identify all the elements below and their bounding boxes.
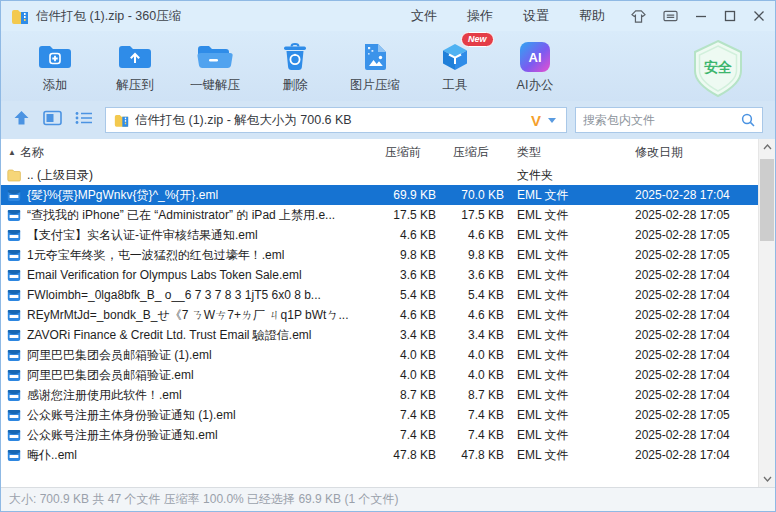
- size-before: 69.9 KB: [371, 188, 439, 202]
- image-compress-label: 图片压缩: [350, 77, 400, 94]
- archive-icon: [114, 114, 129, 127]
- scroll-down-icon[interactable]: [759, 471, 775, 487]
- maximize-button[interactable]: [724, 10, 736, 22]
- list-view-icon[interactable]: [75, 111, 93, 129]
- menu-file[interactable]: 文件: [411, 7, 437, 25]
- folder-extract-icon: [117, 40, 153, 74]
- file-type: EML 文件: [507, 307, 625, 324]
- modified-date: 2025-02-28 17:04: [625, 388, 758, 402]
- ai-office-label: AI办公: [517, 77, 554, 94]
- table-row[interactable]: 公众账号注册主体身份验证通知.eml 7.4 KB 7.4 KB EML 文件 …: [1, 425, 758, 445]
- extract-to-button[interactable]: 解压到: [95, 36, 175, 94]
- size-after: 7.4 KB: [439, 428, 507, 442]
- table-row[interactable]: 1元夺宝年终奖，屯一波猛烈的红包过壕年！.eml 9.8 KB 9.8 KB E…: [1, 245, 758, 265]
- eml-file-icon: [7, 309, 21, 322]
- size-after: 8.7 KB: [439, 388, 507, 402]
- add-label: 添加: [43, 77, 68, 94]
- address-dropdown[interactable]: V: [531, 113, 558, 128]
- search-icon[interactable]: [741, 113, 755, 127]
- add-button[interactable]: 添加: [15, 36, 95, 94]
- size-before: 47.8 KB: [371, 448, 439, 462]
- v-toggle-icon: V: [531, 113, 541, 128]
- app-window: 信件打包 (1).zip - 360压缩 文件 操作 设置 帮助: [0, 0, 776, 512]
- table-row[interactable]: 阿里巴巴集团会员邮箱验证 (1).eml 4.0 KB 4.0 KB EML 文…: [1, 345, 758, 365]
- size-before: 4.0 KB: [371, 348, 439, 362]
- menu-help[interactable]: 帮助: [579, 7, 605, 25]
- status-text: 大小: 700.9 KB 共 47 个文件 压缩率 100.0% 已经选择 69…: [9, 491, 398, 508]
- eml-file-icon: [7, 269, 21, 282]
- size-before: 8.7 KB: [371, 388, 439, 402]
- tools-button[interactable]: New 工具: [415, 36, 495, 94]
- file-name: “查找我的 iPhone” 已在 “Administrator” 的 iPad …: [27, 207, 335, 224]
- column-header-date[interactable]: 修改日期: [625, 144, 758, 161]
- table-row[interactable]: Email Verification for Olympus Labs Toke…: [1, 265, 758, 285]
- size-after: 70.0 KB: [439, 188, 507, 202]
- up-directory-icon[interactable]: [13, 110, 30, 130]
- image-compress-button[interactable]: 图片压缩: [335, 36, 415, 94]
- modified-date: 2025-02-28 17:05: [625, 208, 758, 222]
- folder-add-icon: [37, 40, 73, 74]
- column-header-before[interactable]: 压缩前: [371, 144, 439, 161]
- theme-skin-icon[interactable]: [631, 10, 646, 23]
- app-zip-icon: [11, 9, 29, 24]
- size-before: 4.6 KB: [371, 228, 439, 242]
- table-row[interactable]: “查找我的 iPhone” 已在 “Administrator” 的 iPad …: [1, 205, 758, 225]
- file-name: FWloimbh=_0lga8bfk_B_ o__6 7 3 7 8 3 1jT…: [27, 288, 321, 302]
- column-header-type[interactable]: 类型: [507, 144, 625, 161]
- eml-file-icon: [7, 249, 21, 262]
- file-name: 阿里巴巴集团会员邮箱验证 (1).eml: [27, 347, 212, 364]
- size-after: 5.4 KB: [439, 288, 507, 302]
- security-shield[interactable]: 安全: [689, 39, 747, 99]
- table-row[interactable]: {髪}%{票}MPgWnkv{贷}^_%{开}.eml 69.9 KB 70.0…: [1, 185, 758, 205]
- size-before: 9.8 KB: [371, 248, 439, 262]
- minimize-button[interactable]: [695, 10, 707, 22]
- feedback-icon[interactable]: [663, 10, 678, 23]
- ai-office-button[interactable]: AI AI办公: [495, 36, 575, 94]
- close-button[interactable]: [753, 10, 765, 22]
- preview-pane-icon[interactable]: [43, 110, 62, 130]
- eml-file-icon: [7, 289, 21, 302]
- size-before: 5.4 KB: [371, 288, 439, 302]
- address-row: 信件打包 (1).zip - 解包大小为 700.6 KB V: [1, 101, 775, 139]
- one-click-extract-button[interactable]: 一键解压: [175, 36, 255, 94]
- size-before: 7.4 KB: [371, 428, 439, 442]
- modified-date: 2025-02-28 17:04: [625, 368, 758, 382]
- title-bar: 信件打包 (1).zip - 360压缩 文件 操作 设置 帮助: [1, 1, 775, 31]
- file-type: EML 文件: [507, 387, 625, 404]
- menu-settings[interactable]: 设置: [523, 7, 549, 25]
- file-type: EML 文件: [507, 447, 625, 464]
- table-row[interactable]: 阿里巴巴集团会员邮箱验证.eml 4.0 KB 4.0 KB EML 文件 20…: [1, 365, 758, 385]
- table-row[interactable]: 晦仆..eml 47.8 KB 47.8 KB EML 文件 2025-02-2…: [1, 445, 758, 465]
- file-type: EML 文件: [507, 187, 625, 204]
- table-row[interactable]: 感谢您注册使用此软件！.eml 8.7 KB 8.7 KB EML 文件 202…: [1, 385, 758, 405]
- scrollbar[interactable]: [758, 139, 775, 487]
- search-box[interactable]: [575, 107, 763, 133]
- search-input[interactable]: [583, 113, 741, 127]
- size-after: 7.4 KB: [439, 408, 507, 422]
- table-row[interactable]: 公众账号注册主体身份验证通知 (1).eml 7.4 KB 7.4 KB EML…: [1, 405, 758, 425]
- column-header-name[interactable]: 名称: [20, 144, 371, 161]
- delete-button[interactable]: 删除: [255, 36, 335, 94]
- scroll-up-icon[interactable]: [759, 139, 775, 155]
- table-row[interactable]: FWloimbh=_0lga8bfk_B_ o__6 7 3 7 8 3 1jT…: [1, 285, 758, 305]
- size-after: 4.6 KB: [439, 308, 507, 322]
- sort-ascending-icon[interactable]: ▲: [8, 148, 16, 157]
- window-title: 信件打包 (1).zip - 360压缩: [36, 8, 181, 25]
- address-bar[interactable]: 信件打包 (1).zip - 解包大小为 700.6 KB V: [105, 107, 567, 133]
- menu-operation[interactable]: 操作: [467, 7, 493, 25]
- modified-date: 2025-02-28 17:04: [625, 448, 758, 462]
- size-before: 4.0 KB: [371, 368, 439, 382]
- security-label: 安全: [689, 59, 747, 77]
- scrollbar-thumb[interactable]: [760, 159, 774, 241]
- table-row[interactable]: REyMrMtJd=_bondk_B_せ《7 ㄋWㄘ7+ㄌ厂 ㄐq1P bWtㄅ…: [1, 305, 758, 325]
- column-header-after[interactable]: 压缩后: [439, 144, 507, 161]
- table-row[interactable]: .. (上级目录) 文件夹: [1, 165, 758, 185]
- modified-date: 2025-02-28 17:04: [625, 428, 758, 442]
- table-row[interactable]: ZAVORi Finance & Credit Ltd. Trust Email…: [1, 325, 758, 345]
- size-before: 3.4 KB: [371, 328, 439, 342]
- file-type: 文件夹: [507, 167, 625, 184]
- file-name: REyMrMtJd=_bondk_B_せ《7 ㄋWㄘ7+ㄌ厂 ㄐq1P bWtㄅ…: [27, 307, 349, 324]
- table-row[interactable]: 【支付宝】实名认证-证件审核结果通知.eml 4.6 KB 4.6 KB EML…: [1, 225, 758, 245]
- modified-date: 2025-02-28 17:04: [625, 188, 758, 202]
- size-before: 17.5 KB: [371, 208, 439, 222]
